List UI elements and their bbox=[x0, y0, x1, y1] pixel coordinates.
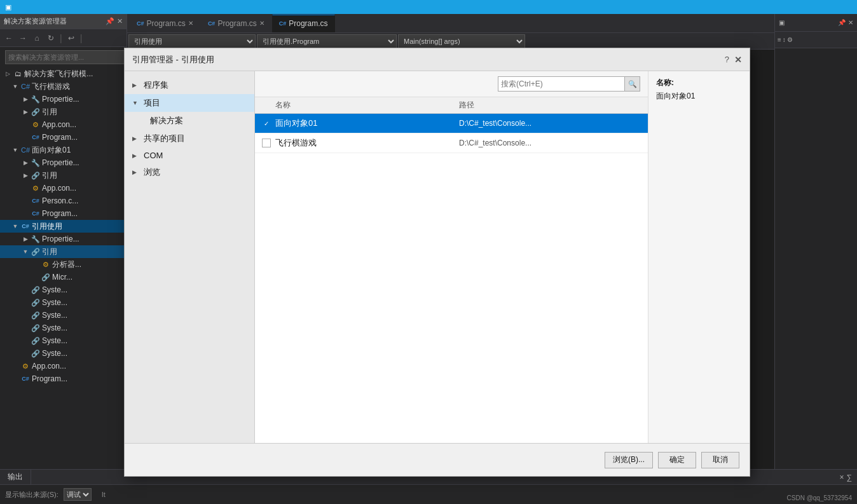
cancel-button[interactable]: 取消 bbox=[701, 452, 739, 468]
icon-person: C# bbox=[31, 196, 41, 206]
right-toolbar-btn1[interactable]: ≡ bbox=[778, 36, 781, 43]
label-project3: 引用使用 bbox=[32, 221, 62, 232]
icon-project2: C# bbox=[20, 145, 31, 155]
refresh-button[interactable]: ↻ bbox=[45, 32, 57, 44]
dialog-close-button[interactable]: ✕ bbox=[734, 55, 742, 65]
nav-item-projects[interactable]: ▼ 项目 bbox=[125, 94, 254, 112]
output-btn2[interactable]: ∑ bbox=[846, 473, 852, 482]
nav-back-button[interactable]: ← bbox=[3, 32, 15, 44]
icon-ref2: 🔗 bbox=[31, 170, 41, 180]
label-props2: Propertie... bbox=[42, 158, 79, 167]
arrow-props3: ▶ bbox=[20, 234, 31, 244]
tree-item-project-oop[interactable]: ▼ C# 面向对象01 bbox=[0, 144, 127, 156]
row-path-flightchess: D:\C#_test\Console... bbox=[459, 139, 643, 147]
pin-button[interactable]: 📌 bbox=[106, 17, 114, 25]
dialog-content-area: 🔍 名称 路径 ✓ 面向对象01 D:\C#_test\Console... bbox=[255, 71, 648, 443]
right-toolbar-btn3[interactable]: ⚙ bbox=[787, 36, 793, 43]
nav-child-solution[interactable]: 解决方案 bbox=[125, 112, 254, 130]
sidebar-search-input[interactable] bbox=[5, 50, 127, 64]
label-props3: Propertie... bbox=[42, 235, 79, 243]
tab2-label: Program.cs bbox=[217, 19, 256, 28]
arrow-project3: ▼ bbox=[10, 221, 20, 231]
row-check-flightchess bbox=[260, 137, 273, 149]
namespace-dropdown[interactable]: 引用使用 bbox=[128, 34, 256, 48]
right-panel-btn2[interactable]: ✕ bbox=[848, 19, 853, 26]
tree-item-sys5[interactable]: 🔗 Syste... bbox=[0, 334, 127, 347]
dialog-search-button[interactable]: 🔍 bbox=[625, 76, 640, 92]
editor-tab-3[interactable]: C# Program.cs bbox=[272, 15, 335, 32]
titlebar-controls: 📌 ✕ bbox=[106, 17, 123, 25]
tree-item-project-flightchess[interactable]: ▼ C# 飞行棋游戏 bbox=[0, 80, 127, 93]
editor-tab-1[interactable]: C# Program.cs ✕ bbox=[130, 15, 200, 32]
tree-item-sys6[interactable]: 🔗 Syste... bbox=[0, 347, 127, 360]
icon-props3: 🔧 bbox=[31, 234, 41, 244]
tree-item-ref3[interactable]: ▼ 🔗 引用 bbox=[0, 245, 127, 258]
arrow-prog2 bbox=[20, 208, 31, 219]
label-sys3: Syste... bbox=[42, 311, 67, 320]
label-sys5: Syste... bbox=[42, 336, 67, 345]
nav-item-assemblies[interactable]: ▶ 程序集 bbox=[125, 76, 254, 94]
tree-item-sys4[interactable]: 🔗 Syste... bbox=[0, 322, 127, 334]
tree-item-ref2[interactable]: ▶ 🔗 引用 bbox=[0, 169, 127, 182]
dialog-footer: 浏览(B)... 确定 取消 bbox=[125, 443, 750, 476]
dialog-help-button[interactable]: ? bbox=[725, 55, 729, 64]
right-toolbar-btn2[interactable]: ↕ bbox=[783, 36, 786, 43]
tree-item-properties3[interactable]: ▶ 🔧 Propertie... bbox=[0, 233, 127, 245]
browse-button[interactable]: 浏览(B)... bbox=[605, 452, 653, 468]
tree-item-project-refuse[interactable]: ▼ C# 引用使用 bbox=[0, 220, 127, 233]
label-ref1: 引用 bbox=[42, 107, 57, 118]
close-sidebar-button[interactable]: ✕ bbox=[117, 17, 123, 25]
tree-item-sys2[interactable]: 🔗 Syste... bbox=[0, 296, 127, 309]
icon-sys4: 🔗 bbox=[31, 323, 41, 333]
class-dropdown[interactable]: 引用使用.Program bbox=[257, 34, 397, 48]
tree-item-ref1[interactable]: ▶ 🔗 引用 bbox=[0, 106, 127, 118]
output-tab[interactable]: 输出 bbox=[0, 470, 31, 485]
row-name-oop01: 面向对象01 bbox=[273, 118, 459, 129]
label-sys4: Syste... bbox=[42, 324, 67, 332]
output-source-select[interactable]: 调试 bbox=[64, 488, 92, 501]
dialog-titlebar: 引用管理器 - 引用使用 ? ✕ bbox=[125, 48, 750, 71]
nav-forward-button[interactable]: → bbox=[17, 32, 29, 44]
tree-item-properties2[interactable]: ▶ 🔧 Propertie... bbox=[0, 156, 127, 169]
home-button[interactable]: ⌂ bbox=[31, 32, 43, 44]
undo-button[interactable]: ↩ bbox=[65, 32, 78, 44]
tree-item-sys3[interactable]: 🔗 Syste... bbox=[0, 309, 127, 322]
tree-item-program2[interactable]: C# Program... bbox=[0, 207, 127, 220]
tab1-close[interactable]: ✕ bbox=[188, 20, 193, 27]
dialog-search-input[interactable] bbox=[498, 76, 625, 92]
nav-item-browse[interactable]: ▶ 浏览 bbox=[125, 163, 254, 181]
arrow-ref1: ▶ bbox=[20, 107, 31, 117]
tree-item-person[interactable]: C# Person.c... bbox=[0, 194, 127, 207]
right-panel-btn1[interactable]: 📌 bbox=[838, 19, 846, 26]
output-btn1[interactable]: × bbox=[839, 473, 844, 482]
method-dropdown[interactable]: Main(string[] args) bbox=[398, 34, 525, 48]
nav-item-shared[interactable]: ▶ 共享的项目 bbox=[125, 130, 254, 147]
tree-item-program1[interactable]: C# Program... bbox=[0, 131, 127, 144]
tab2-close[interactable]: ✕ bbox=[259, 20, 264, 27]
tree-item-appcon2[interactable]: ⚙ App.con... bbox=[0, 182, 127, 194]
arrow-app2 bbox=[20, 183, 31, 193]
nav-arrow-browse: ▶ bbox=[132, 169, 140, 175]
tree-item-micro[interactable]: 🔗 Micr... bbox=[0, 271, 127, 283]
label-person: Person.c... bbox=[42, 196, 78, 205]
nav-item-com[interactable]: ▶ COM bbox=[125, 147, 254, 163]
icon-ref1: 🔗 bbox=[31, 107, 41, 117]
label-program1: Program... bbox=[42, 133, 78, 142]
tree-item-appcon1[interactable]: ⚙ App.con... bbox=[0, 118, 127, 131]
label-props1: Propertie... bbox=[42, 95, 79, 104]
tree-item-sys1[interactable]: 🔗 Syste... bbox=[0, 283, 127, 296]
output-source-label: 显示输出来源(S): bbox=[5, 490, 58, 500]
tree-item-solution[interactable]: ▷ 🗂 解决方案'飞行棋模... bbox=[0, 67, 127, 80]
editor-tab-2[interactable]: C# Program.cs ✕ bbox=[201, 15, 271, 32]
tree-item-properties1[interactable]: ▶ 🔧 Propertie... bbox=[0, 93, 127, 106]
table-row-oop01[interactable]: ✓ 面向对象01 D:\C#_test\Console... bbox=[255, 114, 648, 133]
icon-sys6: 🔗 bbox=[31, 348, 41, 358]
right-panel-titlebar: ▣ 📌 ✕ bbox=[775, 14, 857, 32]
table-row-flightchess[interactable]: 飞行棋游戏 D:\C#_test\Console... bbox=[255, 133, 648, 153]
tree-item-appcon3[interactable]: ⚙ App.con... bbox=[0, 360, 127, 372]
tree-item-program3[interactable]: C# Program... bbox=[0, 372, 127, 385]
tree-item-analyzer[interactable]: ⚙ 分析器... bbox=[0, 258, 127, 271]
reference-manager-dialog: 引用管理器 - 引用使用 ? ✕ ▶ 程序集 ▼ 项目 解决方案 ▶ bbox=[124, 48, 750, 477]
ok-button[interactable]: 确定 bbox=[658, 452, 696, 468]
arrow-ref2: ▶ bbox=[20, 170, 31, 180]
